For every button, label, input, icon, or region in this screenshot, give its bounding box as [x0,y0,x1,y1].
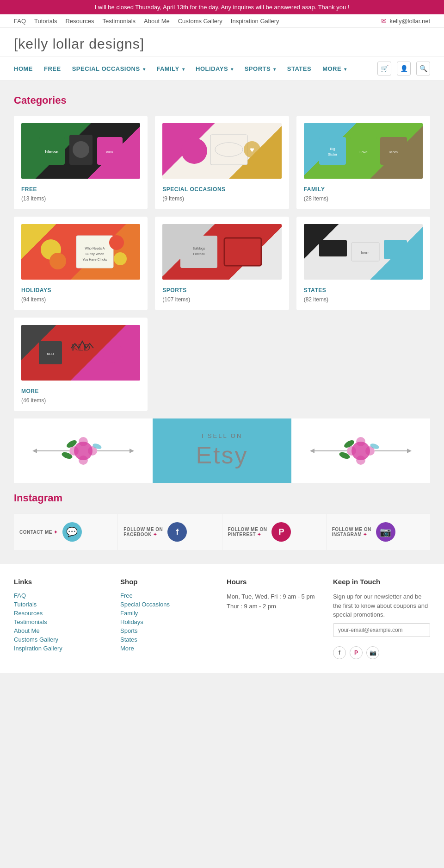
footer-facebook-icon[interactable]: f [333,646,346,659]
footer-link-customs[interactable]: Customs Gallery [14,636,111,643]
nav-sports[interactable]: SPORTS ▾ [245,65,276,72]
site-logo[interactable]: [kelly lollar designs] [14,36,430,52]
footer-social-icons: f P 📷 [333,646,430,659]
category-name-states: STATES [304,287,327,293]
topnav-tutorials[interactable]: Tutorials [34,18,57,25]
category-card-states[interactable]: love- STATES (82 items) [296,217,430,310]
footer-shop-sports[interactable]: Sports [120,627,217,634]
nav-more[interactable]: MORE ▾ [322,65,347,72]
footer-shop-free[interactable]: Free [120,592,217,599]
svg-point-26 [114,252,127,265]
pinterest-label: FOLLOW ME ONPINTEREST ✦ [228,527,267,537]
svg-text:love-: love- [361,250,370,255]
topnav-testimonials[interactable]: Testimonials [103,18,136,25]
category-card-family[interactable]: Big Sister Love Mom FAMILY (28 items) [296,116,430,209]
promo-right [291,418,430,483]
svg-marker-51 [130,449,134,453]
page-content: Categories blosso dino FREE (13 items) [0,81,444,564]
svg-text:Football: Football [193,252,205,256]
social-pinterest[interactable]: FOLLOW ME ONPINTEREST ✦ P [222,514,327,550]
logo-bar: [kelly lollar designs] [0,28,444,56]
svg-point-57 [347,446,356,456]
topnav-faq[interactable]: FAQ [14,18,26,25]
footer-hours-col: Hours Mon, Tue, Wed, Fri : 9 am - 5 pm T… [227,578,324,659]
promo-etsy[interactable]: I SELL ON Etsy [153,418,291,483]
sell-on-label: I SELL ON [202,432,243,439]
nav-free[interactable]: FREE [44,65,61,72]
hours-weekday: Mon, Tue, Wed, Fri : 9 am - 5 pm [227,592,324,602]
svg-point-55 [356,437,365,446]
topnav-customs-gallery[interactable]: Customs Gallery [178,18,222,25]
footer-shop-states[interactable]: States [120,636,217,643]
footer-pinterest-icon[interactable]: P [350,646,363,659]
contact-label: CONTACT ME ✦ [19,530,58,535]
cart-icon[interactable]: 🛒 [377,62,391,75]
footer-hours-title: Hours [227,578,324,586]
email-icon: ✉ [381,17,387,25]
facebook-icon[interactable]: f [167,522,187,542]
nav-special-occasions[interactable]: SPECIAL OCCASIONS ▾ [72,65,146,72]
category-count-special: (9 items) [162,195,184,202]
category-image-holidays: Who Needs A Bunny When You Have Chicks [21,224,140,280]
category-image-more: KLD 𝕂𝕃𝔻 [21,325,140,381]
topnav-about-me[interactable]: About Me [144,18,170,25]
footer-shop-col: Shop Free Special Occasions Family Holid… [120,578,217,659]
svg-text:blosso: blosso [45,150,59,154]
nav-states[interactable]: STATES [287,65,311,72]
social-facebook[interactable]: FOLLOW ME ONFACEBOOK ✦ f [118,514,222,550]
svg-text:♥: ♥ [250,146,254,154]
nav-family[interactable]: FAMILY ▾ [156,65,185,72]
footer-instagram-icon[interactable]: 📷 [366,646,379,659]
banner-text: I will be closed Thursday, April 13th fo… [94,4,349,11]
footer-link-testimonials[interactable]: Testimonials [14,618,111,625]
main-nav: HOME FREE SPECIAL OCCASIONS ▾ FAMILY ▾ H… [0,56,444,81]
social-contact[interactable]: CONTACT ME ✦ 💬 [14,514,118,550]
footer-shop-holidays[interactable]: Holidays [120,618,217,625]
category-image-special: ♥ [162,123,281,179]
svg-point-20 [49,253,66,269]
category-name-free: FREE [21,186,37,193]
search-icon[interactable]: 🔍 [416,62,430,75]
footer-link-faq[interactable]: FAQ [14,592,111,599]
nav-home[interactable]: HOME [14,65,33,72]
category-card-holidays[interactable]: Who Needs A Bunny When You Have Chicks H… [14,217,148,310]
chat-icon[interactable]: 💬 [62,522,82,542]
svg-rect-30 [224,238,261,266]
pinterest-icon[interactable]: P [271,522,291,542]
top-nav-links: FAQ Tutorials Resources Testimonials Abo… [14,18,279,25]
footer-link-resources[interactable]: Resources [14,610,111,617]
footer-link-inspiration[interactable]: Inspiration Gallery [14,645,111,652]
instagram-icon[interactable]: 📷 [376,522,395,542]
svg-text:Sister: Sister [328,152,338,156]
topnav-inspiration-gallery[interactable]: Inspiration Gallery [231,18,279,25]
email-link[interactable]: kelly@lollar.net [389,18,430,25]
footer-shop-special[interactable]: Special Occasions [120,601,217,608]
nav-holidays[interactable]: HOLIDAYS ▾ [196,65,234,72]
category-card-special[interactable]: ♥ SPECIAL OCCASIONS (9 items) [155,116,289,209]
footer-link-about-me[interactable]: About Me [14,627,111,634]
topnav-resources[interactable]: Resources [65,18,94,25]
svg-text:Bulldogs: Bulldogs [193,247,205,250]
user-icon[interactable]: 👤 [397,62,411,75]
svg-rect-27 [180,236,217,268]
category-image-states: love- [304,224,423,280]
svg-rect-11 [319,137,346,165]
newsletter-email-input[interactable] [333,623,430,637]
category-card-sports[interactable]: Bulldogs Football SPORTS (107 items) [155,217,289,310]
instagram-section: Instagram [14,492,430,504]
svg-point-25 [109,235,124,250]
footer-shop-family[interactable]: Family [120,610,217,617]
category-card-free[interactable]: blosso dino FREE (13 items) [14,116,148,209]
instagram-title: Instagram [14,492,430,504]
social-instagram[interactable]: FOLLOW ME ONINSTAGRAM ✦ 📷 [327,514,430,550]
category-count-holidays: (94 items) [21,296,46,303]
top-banner: I will be closed Thursday, April 13th fo… [0,0,444,14]
category-card-more[interactable]: KLD 𝕂𝕃𝔻 MORE (46 items) [14,318,148,411]
footer-link-tutorials[interactable]: Tutorials [14,601,111,608]
footer-shop-more[interactable]: More [120,645,217,652]
svg-text:Big: Big [330,147,336,151]
svg-text:Love: Love [360,150,368,154]
category-name-family: FAMILY [304,186,325,193]
svg-marker-63 [407,449,412,453]
category-name-holidays: HOLIDAYS [21,287,51,293]
